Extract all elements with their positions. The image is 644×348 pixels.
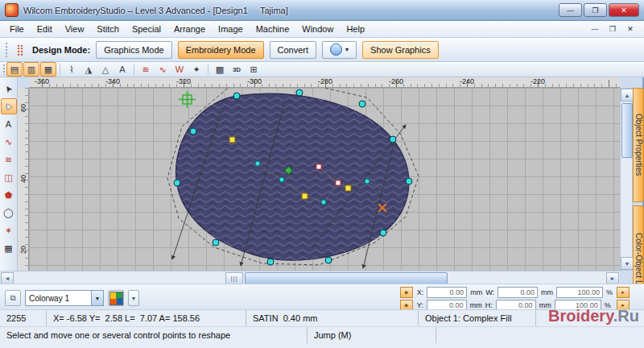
- embroidery-object[interactable]: [176, 93, 409, 259]
- hint-message: Select and move one or several control p…: [0, 327, 308, 343]
- menu-file[interactable]: File: [3, 23, 31, 35]
- ruler-label: -320: [176, 77, 191, 85]
- mdi-close-button[interactable]: ✕: [623, 23, 638, 35]
- run-digitize-tool[interactable]: ∿: [1, 134, 17, 150]
- scroll-left-icon[interactable]: ◄: [1, 272, 14, 284]
- complex-fill-tool[interactable]: ⬟: [1, 187, 17, 203]
- x-label: X:: [417, 288, 424, 296]
- florentine-icon[interactable]: W: [171, 62, 188, 77]
- w-label: W:: [485, 288, 494, 296]
- toolbar-grip[interactable]: [5, 42, 8, 58]
- hoop-globe-button[interactable]: ▾: [322, 41, 357, 59]
- scroll-down-icon[interactable]: ▼: [621, 257, 634, 270]
- ruler-label: 40: [19, 173, 27, 184]
- design-canvas[interactable]: [29, 88, 620, 271]
- w-field[interactable]: 0.00: [497, 287, 538, 298]
- toolbar-grip-2[interactable]: [2, 64, 6, 75]
- lettering-icon[interactable]: A: [114, 62, 130, 77]
- input-a-icon[interactable]: ◮: [80, 62, 97, 77]
- mm-label: mm: [470, 288, 482, 296]
- tab-object-properties[interactable]: Object Properties: [633, 88, 644, 202]
- menu-special[interactable]: Special: [126, 23, 167, 35]
- reshape-tool[interactable]: ➤: [1, 98, 17, 114]
- close-button[interactable]: ✕: [609, 3, 639, 17]
- scroll-right-icon[interactable]: ►: [606, 272, 619, 284]
- mm-label: mm: [470, 301, 482, 309]
- lock-position-button[interactable]: ◈: [400, 287, 413, 298]
- menu-image[interactable]: Image: [212, 23, 250, 35]
- menu-edit[interactable]: Edit: [31, 23, 59, 35]
- show-graphics-button[interactable]: Show Graphics: [362, 41, 439, 59]
- select-tool[interactable]: ➤: [1, 81, 17, 97]
- stitch-type-readout: SATIN 0.40 mm: [246, 310, 419, 326]
- program-split-icon[interactable]: ▩: [212, 62, 228, 77]
- watermark-text-gray: .Ru: [613, 307, 639, 325]
- menu-view[interactable]: View: [59, 23, 91, 35]
- horizontal-scrollbar[interactable]: ◄ ||| ►: [0, 271, 620, 284]
- threed-icon[interactable]: 3D: [229, 62, 245, 77]
- vertical-scroll-thumb[interactable]: [621, 103, 633, 158]
- h-label: H:: [485, 301, 493, 309]
- title-bar[interactable]: Wilcom EmbroideryStudio – Level 3 Advanc…: [0, 0, 644, 21]
- input-b-icon[interactable]: △: [97, 62, 114, 77]
- satin-stitch-icon[interactable]: ▥: [23, 62, 39, 77]
- percent-label: %: [606, 288, 613, 296]
- splitter-grip[interactable]: |||: [225, 272, 243, 284]
- x-field[interactable]: 0.00: [427, 287, 467, 298]
- convert-button[interactable]: Convert: [270, 41, 317, 59]
- x-scale-field[interactable]: 100.00: [556, 287, 603, 298]
- hint-bar: Select and move one or several control p…: [0, 326, 644, 348]
- colorway-select[interactable]: Colorway 1 ▼: [25, 290, 104, 306]
- menu-machine[interactable]: Machine: [250, 23, 296, 35]
- watermark-text-red: Broidery: [548, 307, 613, 325]
- chevron-down-icon: ▾: [345, 46, 349, 53]
- grid-tool[interactable]: ▦: [1, 240, 17, 256]
- window-title: Wilcom EmbroideryStudio – Level 3 Advanc…: [23, 6, 288, 15]
- y-label: Y:: [417, 301, 423, 309]
- star-tool[interactable]: ✶: [1, 222, 17, 238]
- tatami-stitch-icon[interactable]: ▦: [40, 62, 56, 77]
- vertical-scrollbar[interactable]: ▲ ▼: [620, 88, 633, 271]
- menu-arrange[interactable]: Arrange: [167, 23, 212, 35]
- minimize-button[interactable]: —: [559, 3, 582, 17]
- status-bar: 2255 X= -6.58 Y= 2.58 L= 7.07 A= 158.56 …: [0, 309, 644, 326]
- triple-run-tool[interactable]: ≋: [1, 151, 17, 168]
- lettering-tool[interactable]: A: [1, 116, 17, 132]
- apply-transform-button[interactable]: ▸: [617, 287, 630, 298]
- color-dropdown-button[interactable]: ▼: [128, 290, 139, 306]
- graphics-mode-button[interactable]: Graphics Mode: [96, 41, 172, 59]
- start-marker: [179, 91, 196, 108]
- watermark: Broidery.Ru: [548, 307, 639, 325]
- tool-palette: ➤ ➤ A ∿ ≋ ◫ ⬟ ◯ ✶ ▦: [0, 77, 18, 271]
- ruler-label: 60: [19, 102, 27, 114]
- mdi-minimize-button[interactable]: —: [588, 23, 602, 35]
- thread-colors-button[interactable]: [108, 290, 124, 306]
- outline-tool[interactable]: ◯: [1, 205, 17, 221]
- wave-fill-icon[interactable]: ∿: [155, 62, 171, 77]
- motif-run-icon[interactable]: ⌇: [64, 62, 80, 77]
- star-fill-icon[interactable]: ✦: [188, 62, 204, 77]
- hint-filler: [436, 327, 644, 343]
- ruler-label: -340: [105, 77, 120, 85]
- scroll-up-icon[interactable]: ▲: [621, 89, 634, 102]
- pointer-readout: X= -6.58 Y= 2.58 L= 7.07 A= 158.56: [47, 310, 246, 326]
- run-stitch-icon[interactable]: ▤: [6, 62, 23, 77]
- colorway-editor-button[interactable]: ⧉: [5, 290, 21, 306]
- maximize-button[interactable]: ❐: [584, 3, 607, 17]
- design-svg: [29, 88, 620, 271]
- current-tool-readout: Jump (M): [308, 327, 436, 343]
- menu-help[interactable]: Help: [340, 23, 371, 35]
- ruler-label: 20: [19, 244, 27, 255]
- satin-column-tool[interactable]: ◫: [1, 169, 17, 185]
- chevron-down-icon[interactable]: ▼: [91, 291, 103, 305]
- mdi-restore-button[interactable]: ❐: [605, 23, 620, 35]
- contour-icon[interactable]: ≋: [138, 62, 154, 77]
- mesh-icon[interactable]: ⊞: [246, 62, 262, 77]
- menu-window[interactable]: Window: [295, 23, 340, 35]
- ruler-label: -280: [318, 77, 332, 85]
- horizontal-scroll-thumb[interactable]: [245, 272, 448, 284]
- embroidery-mode-button[interactable]: Embroidery Mode: [178, 41, 264, 59]
- toolbar-separator: [208, 64, 208, 75]
- mm-label: mm: [541, 288, 553, 296]
- menu-stitch[interactable]: Stitch: [90, 23, 126, 35]
